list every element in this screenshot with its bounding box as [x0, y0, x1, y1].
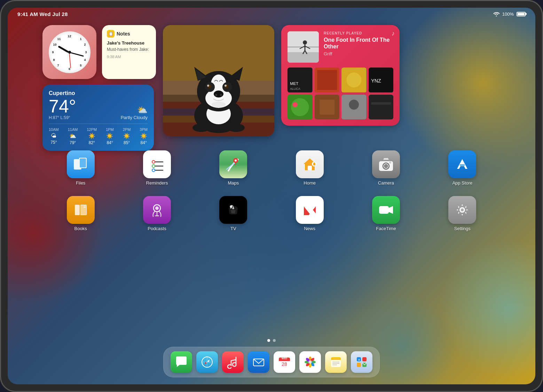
svg-point-56	[152, 165, 155, 167]
clock-minute-hand	[69, 52, 84, 56]
tv-icon[interactable]	[219, 196, 247, 224]
weather-forecast: 10AM 🌤 75° 11AM ⛅ 79° 12PM	[49, 124, 148, 145]
settings-icon[interactable]	[448, 196, 476, 224]
appstore-svg	[454, 156, 471, 173]
album-thumb-2	[315, 68, 340, 93]
svg-rect-46	[320, 100, 335, 115]
dock-notes[interactable]	[325, 351, 347, 373]
dock-safari[interactable]	[196, 351, 218, 373]
maps-label: Maps	[228, 180, 239, 186]
applib-dock-icon[interactable]: A	[351, 351, 372, 373]
svg-point-15	[220, 94, 222, 96]
home-icon[interactable]	[296, 150, 324, 178]
news-icon[interactable]	[296, 196, 324, 224]
weather-temp-group: 74° H:87° L:59°	[49, 97, 76, 120]
svg-point-67	[384, 164, 388, 168]
page-dot-1[interactable]	[267, 339, 270, 342]
dock-calendar[interactable]: WED 28	[274, 351, 295, 373]
files-icon[interactable]	[67, 150, 95, 178]
app-tv[interactable]: TV	[212, 196, 254, 231]
photo-widget[interactable]	[163, 25, 274, 136]
dock-mail[interactable]	[248, 351, 269, 373]
mail-dock-icon[interactable]	[248, 351, 269, 373]
dock-messages[interactable]	[171, 351, 192, 373]
dock-photos[interactable]	[299, 351, 321, 373]
svg-point-43	[291, 98, 309, 116]
music-artist-name: Griff	[324, 51, 393, 56]
tv-svg	[225, 201, 242, 219]
notes-widget[interactable]: 📋 Notes Jake's Treehouse Must-haves from…	[102, 25, 156, 79]
camera-icon[interactable]	[372, 150, 400, 178]
music-note-icon: ♪	[392, 30, 395, 37]
svg-point-76	[155, 206, 159, 210]
safari-dock-icon[interactable]	[196, 351, 218, 373]
notes-dock-icon[interactable]	[325, 351, 347, 373]
app-row-1: Files Reminders	[42, 150, 501, 186]
forecast-12pm: 12PM ☀️ 82°	[87, 127, 97, 145]
messages-dock-icon[interactable]	[171, 351, 192, 373]
facetime-icon[interactable]	[372, 196, 400, 224]
widgets-area: 12 3 6 9 1 11 2 4 5 7 8	[42, 25, 501, 151]
app-podcasts[interactable]: Podcasts	[136, 196, 178, 231]
album-thumb-8	[369, 95, 394, 120]
app-maps[interactable]: Maps	[212, 150, 254, 186]
files-svg	[72, 156, 89, 173]
clock-hour-hand	[58, 45, 69, 53]
music-info: RECENTLY PLAYED One Foot In Front Of The…	[324, 31, 393, 56]
app-settings[interactable]: Settings	[441, 196, 483, 231]
battery-icon	[517, 12, 526, 16]
forecast-3pm: 3PM ☀️ 84°	[140, 127, 148, 145]
weather-widget[interactable]: Cupertino 74° H:87° L:59° ⛅ Partly Cloud…	[42, 85, 154, 151]
app-news[interactable]: News	[289, 196, 331, 231]
app-camera[interactable]: Camera	[365, 150, 407, 186]
app-row-2: Books Podcasts	[42, 196, 501, 231]
app-reminders[interactable]: Reminders	[136, 150, 178, 186]
app-files[interactable]: Files	[60, 150, 102, 186]
album-thumb-3	[341, 68, 367, 93]
svg-point-82	[461, 209, 464, 211]
music-widget[interactable]: ♪	[281, 25, 400, 126]
home-label: Home	[304, 180, 316, 186]
books-icon[interactable]	[67, 196, 95, 224]
maps-icon[interactable]	[219, 150, 247, 178]
app-books[interactable]: Books	[60, 196, 102, 231]
clock-num-7: 7	[57, 64, 59, 67]
music-album-grid: METALLICA YNZ	[288, 68, 393, 119]
svg-rect-49	[369, 95, 394, 120]
clock-num-8: 8	[53, 58, 55, 62]
album-thumb-5	[288, 95, 313, 120]
notes-header: 📋 Notes	[107, 30, 151, 38]
appstore-icon[interactable]	[448, 150, 476, 178]
svg-point-13	[214, 91, 223, 97]
forecast-11am: 11AM ⛅ 79°	[68, 127, 78, 145]
books-svg	[72, 201, 89, 219]
app-facetime[interactable]: FaceTime	[365, 196, 407, 231]
page-dot-2[interactable]	[273, 339, 276, 342]
svg-text:YNZ: YNZ	[371, 78, 381, 84]
clock-second-hand	[69, 52, 71, 68]
dock-applib[interactable]: A	[351, 351, 372, 373]
music-dock-icon[interactable]	[222, 351, 244, 373]
camera-label: Camera	[378, 180, 394, 186]
clock-num-5: 5	[80, 64, 81, 67]
forecast-2pm: 2PM ☀️ 85°	[123, 127, 131, 145]
dock-music[interactable]	[222, 351, 244, 373]
notes-title: Notes	[117, 31, 130, 37]
status-time: 9:41 AM Wed Jul 28	[17, 11, 68, 17]
app-appstore[interactable]: App Store	[441, 150, 483, 186]
calendar-dock-icon[interactable]: WED 28	[274, 351, 295, 373]
svg-point-48	[349, 100, 359, 110]
home-svg	[301, 156, 318, 173]
svg-rect-112	[357, 363, 361, 367]
svg-rect-72	[81, 205, 86, 215]
settings-label: Settings	[454, 226, 471, 231]
photos-dock-icon[interactable]	[299, 351, 321, 373]
clock-widget[interactable]: 12 3 6 9 1 11 2 4 5 7 8	[42, 25, 96, 79]
app-home[interactable]: Home	[289, 150, 331, 186]
svg-point-68	[389, 162, 391, 164]
reminders-icon[interactable]	[143, 150, 171, 178]
podcasts-icon[interactable]	[143, 196, 171, 224]
svg-text:WED: WED	[282, 357, 287, 360]
svg-text:28: 28	[282, 361, 287, 367]
dog-photo-svg	[163, 25, 274, 136]
